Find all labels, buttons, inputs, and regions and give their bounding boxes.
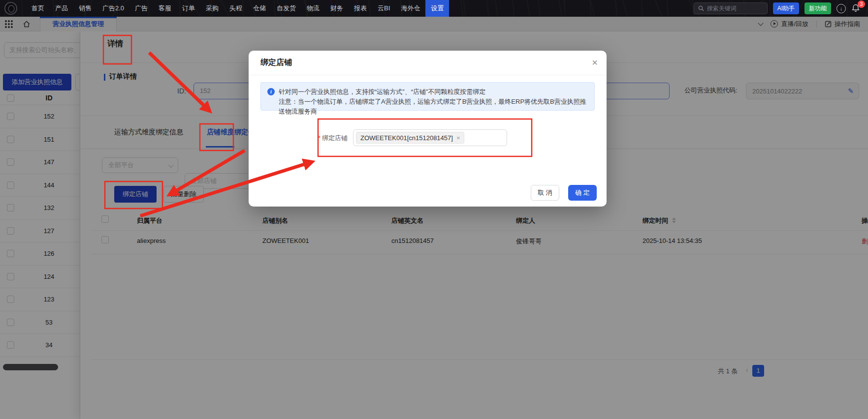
nav-item-home[interactable]: 首页: [26, 0, 50, 17]
notifications-button[interactable]: 3: [851, 3, 861, 13]
new-features-button[interactable]: 新功能: [804, 2, 831, 14]
info-alert: i 针对同一个营业执照信息，支持按“运输方式”、“店铺”不同颗粒度按需绑定 注意…: [260, 82, 595, 111]
divider: [249, 75, 607, 75]
modal-title: 绑定店铺: [260, 58, 292, 68]
confirm-button[interactable]: 确 定: [568, 185, 597, 201]
nav-item-self-shipping[interactable]: 自发货: [271, 0, 301, 17]
remove-tag-icon[interactable]: ×: [456, 134, 460, 142]
app-logo-icon: [4, 2, 17, 15]
nav-item-settings[interactable]: 设置: [425, 0, 449, 17]
nav-item-purchase[interactable]: 采购: [200, 0, 224, 17]
bind-shop-select-input[interactable]: ZOWEETEK001[cn1512081457] ×: [353, 129, 507, 146]
info-line-2: 注意：当一个物流订单，店铺绑定了A营业执照，运输方式绑定了B营业执照，最终ERP…: [279, 97, 588, 117]
notification-badge: 3: [858, 0, 865, 8]
nav-item-ads[interactable]: 广告: [129, 0, 153, 17]
screen: 首页 产品 销售 广告2.0 广告 客服 订单 采购 头程 仓储 自发货 物流 …: [0, 0, 868, 419]
selected-shop-tag: ZOWEETEK001[cn1512081457] ×: [356, 132, 464, 144]
download-icon[interactable]: ↓: [836, 4, 846, 13]
required-asterisk: *: [318, 134, 321, 142]
info-line-1: 针对同一个营业执照信息，支持按“运输方式”、“店铺”不同颗粒度按需绑定: [279, 87, 588, 97]
ai-assistant-button[interactable]: AI助手: [773, 2, 799, 14]
nav-item-first-leg[interactable]: 头程: [224, 0, 248, 17]
global-search-input[interactable]: 搜索关键词: [694, 2, 768, 14]
main-menu: 首页 产品 销售 广告2.0 广告 客服 订单 采购 头程 仓储 自发货 物流 …: [26, 0, 449, 17]
nav-item-cloud-bi[interactable]: 云BI: [372, 0, 395, 17]
selected-shop-tag-text: ZOWEETEK001[cn1512081457]: [360, 134, 453, 142]
nav-item-ads2[interactable]: 广告2.0: [97, 0, 129, 17]
nav-item-finance[interactable]: 财务: [325, 0, 349, 17]
nav-item-logistics[interactable]: 物流: [301, 0, 325, 17]
nav-item-customer-service[interactable]: 客服: [153, 0, 177, 17]
nav-item-product[interactable]: 产品: [50, 0, 73, 17]
top-navbar: 首页 产品 销售 广告2.0 广告 客服 订单 采购 头程 仓储 自发货 物流 …: [0, 0, 868, 17]
nav-item-orders[interactable]: 订单: [177, 0, 200, 17]
global-search-placeholder: 搜索关键词: [707, 4, 737, 13]
search-icon: [698, 5, 704, 11]
nav-item-sales[interactable]: 销售: [73, 0, 97, 17]
nav-item-warehouse[interactable]: 仓储: [248, 0, 271, 17]
navbar-right: 搜索关键词 AI助手 新功能 ↓ 3: [694, 2, 868, 14]
nav-item-overseas-warehouse[interactable]: 海外仓: [395, 0, 425, 17]
info-icon: i: [267, 88, 275, 95]
nav-item-reports[interactable]: 报表: [349, 0, 372, 17]
bind-shop-field-label: *绑定店铺: [318, 134, 348, 143]
cancel-button[interactable]: 取 消: [531, 185, 559, 201]
bind-shop-modal: 绑定店铺 × i 针对同一个营业执照信息，支持按“运输方式”、“店铺”不同颗粒度…: [249, 51, 607, 207]
bind-shop-label-text: 绑定店铺: [322, 134, 348, 142]
close-icon[interactable]: ×: [592, 56, 598, 69]
